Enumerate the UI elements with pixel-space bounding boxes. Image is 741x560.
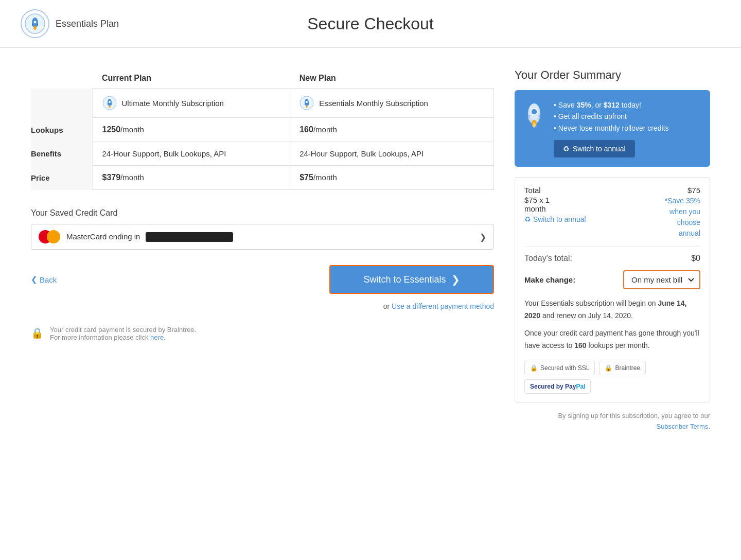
back-chevron-icon: ❮ [31,275,38,284]
logo-circle [21,9,49,38]
svg-point-24 [533,122,536,128]
new-plan-name: Essentials Monthly Subscription [290,89,494,118]
logo-area: Essentials Plan [21,9,119,38]
mastercard-orange-circle [47,230,60,243]
security-here-link[interactable]: here. [150,334,166,341]
col-current-plan-header: Current Plan [93,68,290,89]
save-text: *Save 35%when youchooseannual [665,196,700,239]
current-price: $379/month [93,166,290,190]
essentials-plan-icon [299,96,314,110]
page-title: Secure Checkout [307,14,433,33]
make-change-label: Make change: [524,275,575,284]
order-summary-title: Your Order Summary [515,68,710,82]
plan-comparison-table: Current Plan New Plan [31,68,494,190]
braintree-badge: 🔒 Braintree [599,361,646,375]
promo-text: Save 35%, or $312 today! Get all credits… [554,99,669,157]
subscription-info: Your Essentials subscription will begin … [524,297,700,352]
subscriber-terms-link[interactable]: Subscriber Terms [656,423,708,430]
month-info: $75 x 1 month ♻ Switch to annual [524,196,586,223]
new-price: $75/month [290,166,494,190]
order-details-section: Total $75 $75 x 1 month ♻ Switch to annu… [515,177,710,402]
new-benefits: 24-Hour Support, Bulk Lookups, API [290,142,494,166]
table-row-plan-name: Ultimate Monthly Subscription [31,89,494,118]
make-change-select[interactable]: On my next bill Immediately [623,270,700,289]
switch-chevron-icon: ❯ [451,273,460,286]
row-label-price: Price [31,166,93,190]
paypal-badge: Secured by PayPal [524,379,591,394]
security-badges: 🔒 Secured with SSL 🔒 Braintree Secured b… [524,361,700,394]
svg-point-20 [531,109,537,115]
current-lookups: 1250/month [93,118,290,142]
row-label-benefits: Benefits [31,142,93,166]
todays-total-row: Today's total: $0 [524,254,700,263]
col-label-empty [31,68,93,89]
brand-name: Essentials Plan [56,19,119,29]
svg-point-2 [33,21,37,24]
new-lookups: 160/month [290,118,494,142]
divider [524,246,700,247]
promo-bullet-3: Never lose monthly rollover credits [554,122,669,134]
svg-point-11 [109,106,111,108]
left-panel: Current Plan New Plan [31,68,494,432]
svg-point-17 [306,106,308,108]
total-value: $75 [687,186,700,195]
ssl-badge: 🔒 Secured with SSL [524,361,595,375]
card-text: MasterCard ending in [66,232,473,242]
switch-annual-link[interactable]: ♻ Switch to annual [524,215,586,223]
header: Essentials Plan Secure Checkout [0,0,741,48]
svg-point-8 [109,101,111,103]
back-link[interactable]: ❮ Back [31,275,57,284]
current-plan-name: Ultimate Monthly Subscription [93,89,290,118]
saved-card-title: Your Saved Credit Card [31,208,494,218]
right-panel: Your Order Summary Save 35%, or $312 tod… [515,68,710,432]
paypal-label: Secured by PayPal [530,383,585,390]
todays-total-value: $0 [691,254,700,263]
mastercard-icon [39,230,60,244]
action-row: ❮ Back Switch to Essentials ❯ [31,265,494,294]
tos-text: By signing up for this subscription, you… [515,411,710,432]
ultimate-plan-icon [102,96,117,110]
make-change-row: Make change: On my next bill Immediately [524,270,700,289]
card-number-mask [146,232,234,242]
col-new-plan-header: New Plan [290,68,494,89]
order-total-row: Total $75 [524,186,700,195]
total-label: Total [524,186,541,195]
current-benefits: 24-Hour Support, Bulk Lookups, API [93,142,290,166]
table-row-price: Price $379/month $75/month [31,166,494,190]
switch-to-essentials-button[interactable]: Switch to Essentials ❯ [329,265,494,294]
ssl-lock-icon: 🔒 [530,364,538,372]
recycle-icon: ♻ [563,145,570,153]
promo-bullet-2: Get all credits upfront [554,111,669,122]
lock-icon: 🔒 [31,327,44,339]
todays-total-label: Today's total: [524,254,572,263]
svg-point-5 [33,26,37,30]
promo-bullets: Save 35%, or $312 today! Get all credits… [554,99,669,134]
svg-point-14 [306,101,308,103]
card-dropdown-icon: ❯ [480,232,486,242]
braintree-lock-icon: 🔒 [605,364,612,372]
alt-payment-link[interactable]: Use a different payment method [392,302,494,310]
security-text: Your credit card payment is secured by B… [50,326,196,341]
row-label-empty [31,89,93,118]
promo-bullet-1: Save 35%, or $312 today! [554,99,669,111]
table-row-benefits: Benefits 24-Hour Support, Bulk Lookups, … [31,142,494,166]
switch-annual-recycle-icon: ♻ [524,215,531,223]
security-note: 🔒 Your credit card payment is secured by… [31,326,494,341]
promo-rocket-icon [522,99,546,135]
alt-payment-row: or Use a different payment method [31,302,494,310]
card-selector[interactable]: MasterCard ending in ❯ [31,224,494,250]
saved-card-section: Your Saved Credit Card MasterCard ending… [31,208,494,250]
table-row-lookups: Lookups 1250/month 160/month [31,118,494,142]
switch-annual-promo-button[interactable]: ♻ Switch to annual [554,140,635,157]
rocket-logo-icon [25,13,45,34]
annual-promo-box: Save 35%, or $312 today! Get all credits… [515,90,710,167]
row-label-lookups: Lookups [31,118,93,142]
